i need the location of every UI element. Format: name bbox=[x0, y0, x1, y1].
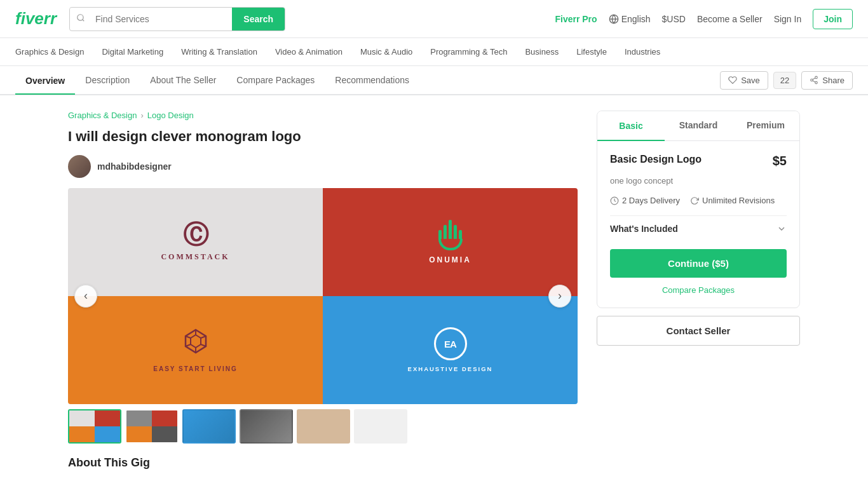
svg-marker-10 bbox=[191, 335, 201, 348]
tab-about-seller[interactable]: About The Seller bbox=[140, 66, 226, 94]
gallery-cell-easy: EASY START LIVING bbox=[68, 296, 323, 404]
svg-point-0 bbox=[78, 15, 83, 20]
tab-recommendations[interactable]: Recommendations bbox=[325, 66, 419, 94]
category-nav: Graphics & Design Digital Marketing Writ… bbox=[0, 38, 868, 66]
gallery-prev-button[interactable]: ‹ bbox=[74, 285, 97, 308]
thumbnail-6[interactable] bbox=[354, 409, 407, 444]
right-panel: Basic Standard Premium Basic Design Logo… bbox=[597, 111, 800, 478]
save-label: Save bbox=[741, 76, 760, 85]
heart-icon bbox=[728, 76, 737, 85]
save-count: 22 bbox=[773, 72, 796, 89]
thumbnail-4[interactable] bbox=[240, 409, 293, 444]
search-icon bbox=[70, 8, 92, 29]
currency-selector[interactable]: $USD bbox=[662, 14, 686, 24]
logo[interactable]: fiverr bbox=[15, 9, 57, 29]
tab-overview[interactable]: Overview bbox=[15, 67, 75, 95]
gallery-cell-exhaustive: EA EXHAUSTIVE DESIGN bbox=[323, 296, 578, 404]
share-icon bbox=[810, 76, 818, 85]
tab-basic[interactable]: Basic bbox=[597, 111, 665, 141]
breadcrumb-separator: › bbox=[140, 111, 143, 120]
svg-point-6 bbox=[815, 81, 818, 84]
thumbnail-2[interactable] bbox=[125, 409, 179, 444]
whats-included[interactable]: What's Included bbox=[610, 215, 787, 241]
save-button[interactable]: Save bbox=[720, 71, 768, 90]
revisions-info: Unlimited Revisions bbox=[690, 196, 775, 205]
package-name: Basic Design Logo bbox=[610, 154, 702, 165]
clock-icon bbox=[610, 196, 619, 205]
easy-logo-text: EASY START LIVING bbox=[153, 365, 238, 372]
package-body: Basic Design Logo $5 one logo concept 2 … bbox=[597, 141, 799, 308]
cat-lifestyle[interactable]: Lifestyle bbox=[576, 47, 607, 57]
cat-graphics-design[interactable]: Graphics & Design bbox=[15, 47, 84, 57]
sub-nav: Overview Description About The Seller Co… bbox=[0, 66, 868, 95]
search-button[interactable]: Search bbox=[232, 8, 285, 30]
svg-point-4 bbox=[815, 76, 818, 79]
cat-industries[interactable]: Industries bbox=[625, 47, 660, 57]
compare-packages-link[interactable]: Compare Packages bbox=[610, 285, 787, 295]
become-seller-link[interactable]: Become a Seller bbox=[697, 14, 763, 24]
cat-business[interactable]: Business bbox=[525, 47, 559, 57]
gallery-main: Ⓒ COMMSTACK bbox=[68, 188, 578, 404]
language-selector[interactable]: English bbox=[609, 14, 651, 24]
header: fiverr Search Fiverr Pro English $USD Be… bbox=[0, 0, 868, 38]
commstack-logo-icon: Ⓒ bbox=[183, 222, 208, 247]
cat-programming-tech[interactable]: Programming & Tech bbox=[430, 47, 507, 57]
globe-icon bbox=[609, 14, 619, 24]
share-label: Share bbox=[822, 76, 844, 85]
chevron-down-icon bbox=[776, 224, 787, 234]
tab-standard[interactable]: Standard bbox=[665, 111, 732, 140]
seller-row: mdhabibdesigner bbox=[68, 155, 578, 178]
thumbnail-3[interactable] bbox=[182, 409, 236, 444]
onumia-logo-icon bbox=[438, 220, 463, 250]
svg-line-8 bbox=[813, 78, 815, 79]
about-gig-section: About This Gig bbox=[68, 456, 578, 470]
package-description: one logo concept bbox=[610, 176, 787, 186]
thumbnail-5[interactable] bbox=[297, 409, 350, 444]
gallery-cell-commstack: Ⓒ COMMSTACK bbox=[68, 188, 323, 296]
exhaustive-logo-icon: EA bbox=[434, 327, 467, 360]
cat-music-audio[interactable]: Music & Audio bbox=[360, 47, 412, 57]
gallery-next-button[interactable]: › bbox=[548, 285, 571, 308]
onumia-bars-row bbox=[438, 220, 462, 239]
tab-description[interactable]: Description bbox=[75, 66, 140, 94]
search-input[interactable] bbox=[92, 9, 232, 29]
continue-button[interactable]: Continue ($5) bbox=[610, 249, 787, 278]
thumbnail-1[interactable] bbox=[68, 409, 121, 444]
whats-included-label: What's Included bbox=[610, 224, 678, 234]
about-gig-title: About This Gig bbox=[68, 456, 578, 470]
onumia-arc bbox=[438, 239, 463, 250]
package-price: $5 bbox=[773, 154, 787, 168]
svg-line-1 bbox=[83, 20, 85, 22]
cat-video-animation[interactable]: Video & Animation bbox=[275, 47, 342, 57]
svg-point-5 bbox=[811, 79, 813, 81]
gallery-cell-onumia: ONUMIA bbox=[323, 188, 578, 296]
seller-name[interactable]: mdhabibdesigner bbox=[97, 161, 172, 172]
delivery-info: 2 Days Delivery bbox=[610, 196, 680, 205]
thumbnails bbox=[68, 409, 578, 444]
tab-compare-packages[interactable]: Compare Packages bbox=[226, 66, 325, 94]
join-button[interactable]: Join bbox=[813, 9, 853, 29]
share-button[interactable]: Share bbox=[801, 71, 853, 90]
contact-seller-button[interactable]: Contact Seller bbox=[597, 316, 800, 346]
cat-digital-marketing[interactable]: Digital Marketing bbox=[102, 47, 163, 57]
svg-line-7 bbox=[813, 81, 815, 82]
search-bar: Search bbox=[69, 7, 285, 31]
refresh-icon bbox=[690, 196, 699, 205]
package-tabs: Basic Standard Premium bbox=[597, 111, 799, 141]
sign-in-link[interactable]: Sign In bbox=[774, 14, 802, 24]
avatar[interactable] bbox=[68, 155, 91, 178]
breadcrumb-parent[interactable]: Graphics & Design bbox=[68, 111, 137, 120]
package-card: Basic Standard Premium Basic Design Logo… bbox=[597, 111, 800, 308]
tab-premium[interactable]: Premium bbox=[732, 111, 799, 140]
onumia-logo-text: ONUMIA bbox=[429, 255, 471, 264]
header-nav: Fiverr Pro English $USD Become a Seller … bbox=[555, 9, 853, 29]
cat-writing-translation[interactable]: Writing & Translation bbox=[181, 47, 257, 57]
easy-logo-icon bbox=[182, 327, 210, 360]
package-meta: 2 Days Delivery Unlimited Revisions bbox=[610, 196, 787, 205]
main-content: Graphics & Design › Logo Design I will d… bbox=[53, 95, 815, 488]
sub-nav-actions: Save 22 Share bbox=[720, 71, 853, 90]
left-panel: Graphics & Design › Logo Design I will d… bbox=[68, 111, 578, 478]
breadcrumb: Graphics & Design › Logo Design bbox=[68, 111, 578, 120]
fiverr-pro-link[interactable]: Fiverr Pro bbox=[555, 14, 597, 24]
breadcrumb-child[interactable]: Logo Design bbox=[147, 111, 194, 120]
